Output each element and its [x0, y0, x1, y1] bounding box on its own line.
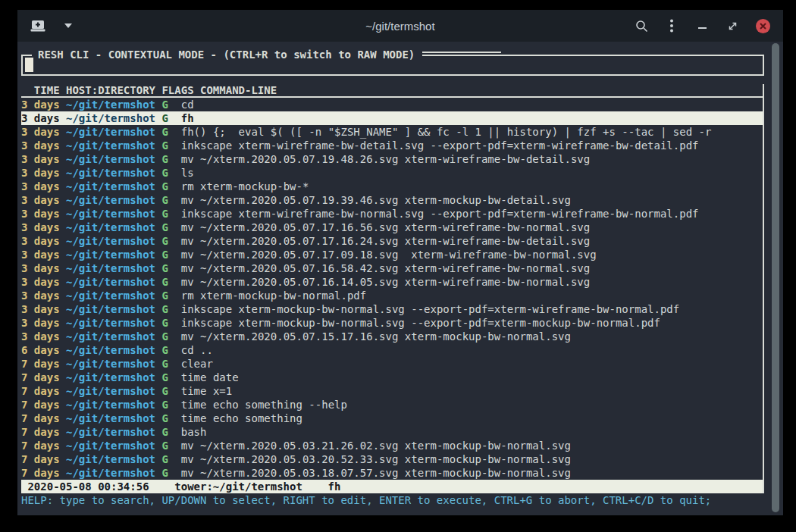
history-row[interactable]: 7 days ~/git/termshot G mv ~/xterm.2020.… — [21, 466, 763, 480]
row-directory: ~/git/termshot — [66, 412, 155, 424]
row-directory: ~/git/termshot — [66, 358, 155, 370]
new-tab-button[interactable] — [27, 16, 49, 36]
row-flags: G — [161, 317, 168, 329]
history-row[interactable]: 3 days ~/git/termshot G cd — [21, 98, 763, 111]
history-row[interactable]: 7 days ~/git/termshot G time echo someth… — [21, 398, 763, 412]
row-flags: G — [161, 385, 168, 397]
row-command: inkscape xterm-mockup-bw-normal.svg --ex… — [181, 317, 660, 329]
row-directory: ~/git/termshot — [66, 467, 155, 479]
history-row[interactable]: 3 days ~/git/termshot G mv ~/xterm.2020.… — [21, 193, 763, 207]
row-flags: G — [161, 453, 168, 465]
row-directory: ~/git/termshot — [66, 371, 155, 383]
input-cursor — [25, 58, 33, 72]
history-row[interactable]: 3 days ~/git/termshot G mv ~/xterm.2020.… — [21, 234, 763, 248]
row-time: 3 days — [21, 262, 60, 274]
history-list: TIME HOST:DIRECTORY FLAGS COMMAND-LINE 3… — [21, 84, 764, 493]
history-row[interactable]: 7 days ~/git/termshot G mv ~/xterm.2020.… — [21, 452, 763, 466]
row-directory: ~/git/termshot — [66, 385, 155, 397]
row-command: mv ~/xterm.2020.05.07.19.48.26.svg xterm… — [181, 153, 590, 165]
history-row[interactable]: 7 days ~/git/termshot G time date — [21, 371, 763, 384]
history-row[interactable]: 6 days ~/git/termshot G cd .. — [21, 343, 763, 357]
minimize-button[interactable] — [691, 15, 713, 36]
history-row[interactable]: 7 days ~/git/termshot G time x=1 — [21, 384, 763, 398]
history-row[interactable]: 3 days ~/git/termshot G inkscape xterm-m… — [21, 302, 763, 316]
row-command: ls — [181, 167, 194, 179]
tab-chooser-button[interactable] — [60, 16, 77, 36]
row-command: time echo something — [181, 412, 302, 424]
search-input[interactable]: RESH CLI - CONTEXTUAL MODE - (CTRL+R to … — [21, 55, 764, 76]
history-row[interactable]: 7 days ~/git/termshot G mv ~/xterm.2020.… — [21, 439, 763, 452]
row-flags: G — [161, 358, 168, 370]
row-time: 3 days — [21, 180, 60, 192]
terminal-plus-icon — [30, 20, 45, 33]
row-time: 3 days — [21, 194, 60, 206]
row-flags: G — [161, 467, 168, 479]
row-command: fh() {; eval $( ([ -n "$ZSH_NAME" ] && f… — [181, 126, 712, 138]
history-row[interactable]: 3 days ~/git/termshot G mv ~/xterm.2020.… — [21, 330, 763, 343]
menu-button[interactable] — [660, 15, 683, 36]
row-command: mv ~/xterm.2020.05.07.17.16.24.svg xterm… — [181, 235, 590, 247]
history-row[interactable]: 7 days ~/git/termshot G clear — [21, 357, 763, 371]
history-row[interactable]: 3 days ~/git/termshot G rm xterm-mockup-… — [21, 180, 763, 193]
history-row[interactable]: 7 days ~/git/termshot G time echo someth… — [21, 412, 763, 425]
row-flags: G — [161, 426, 168, 438]
history-row[interactable]: 3 days ~/git/termshot G mv ~/xterm.2020.… — [21, 152, 763, 166]
resh-mode-title: RESH CLI - CONTEXTUAL MODE - (CTRL+R to … — [32, 48, 422, 61]
column-header: TIME HOST:DIRECTORY FLAGS COMMAND-LINE — [21, 84, 763, 98]
row-directory: ~/git/termshot — [66, 139, 155, 152]
row-time: 7 days — [21, 412, 60, 424]
row-flags: G — [161, 194, 168, 206]
row-flags: G — [161, 180, 168, 192]
history-row[interactable]: 3 days ~/git/termshot G ls — [21, 166, 763, 180]
row-command: clear — [181, 358, 213, 370]
desktop-background: ~/git/termshot — [0, 0, 796, 532]
history-row[interactable]: 7 days ~/git/termshot G bash — [21, 425, 763, 439]
history-row[interactable]: 3 days ~/git/termshot G fh() {; eval $( … — [21, 125, 763, 139]
row-flags: G — [161, 371, 168, 383]
row-time: 3 days — [21, 167, 60, 179]
row-flags: G — [161, 208, 168, 220]
row-directory: ~/git/termshot — [66, 276, 155, 288]
row-time: 7 days — [21, 385, 60, 397]
row-flags: G — [161, 303, 168, 315]
close-button[interactable] — [751, 15, 774, 36]
row-time: 3 days — [21, 126, 60, 138]
row-command: rm xterm-mockup-bw-normal.pdf — [181, 289, 366, 302]
row-directory: ~/git/termshot — [66, 249, 155, 261]
history-row[interactable]: 3 days ~/git/termshot G rm xterm-mockup-… — [21, 289, 763, 302]
history-row[interactable]: 3 days ~/git/termshot G inkscape xterm-w… — [21, 207, 763, 221]
history-row[interactable]: 3 days ~/git/termshot G fh — [21, 111, 763, 125]
scrollbar-thumb[interactable] — [772, 43, 779, 512]
row-time: 7 days — [21, 358, 60, 370]
history-row[interactable]: 3 days ~/git/termshot G inkscape xterm-m… — [21, 316, 763, 330]
row-flags: G — [161, 262, 168, 274]
row-command: fh — [181, 112, 194, 124]
resh-search-section: RESH CLI - CONTEXTUAL MODE - (CTRL+R to … — [17, 42, 783, 76]
restore-icon — [728, 21, 738, 31]
row-flags: G — [161, 126, 168, 138]
scrollbar[interactable] — [768, 42, 783, 515]
row-time: 7 days — [21, 453, 60, 465]
history-row[interactable]: 3 days ~/git/termshot G mv ~/xterm.2020.… — [21, 261, 763, 275]
row-time: 6 days — [21, 344, 60, 356]
row-directory: ~/git/termshot — [66, 453, 155, 465]
row-time: 7 days — [21, 467, 60, 479]
row-time: 3 days — [21, 235, 60, 247]
terminal-content[interactable]: RESH CLI - CONTEXTUAL MODE - (CTRL+R to … — [17, 42, 783, 515]
row-directory: ~/git/termshot — [66, 208, 155, 220]
row-time: 3 days — [21, 153, 60, 165]
history-row[interactable]: 3 days ~/git/termshot G mv ~/xterm.2020.… — [21, 221, 763, 234]
row-time: 7 days — [21, 399, 60, 411]
row-directory: ~/git/termshot — [66, 289, 155, 302]
row-command: rm xterm-mockup-bw-* — [181, 180, 309, 192]
row-time: 7 days — [21, 371, 60, 383]
restore-button[interactable] — [721, 15, 744, 36]
row-time: 3 days — [21, 112, 60, 124]
titlebar[interactable]: ~/git/termshot — [17, 10, 783, 42]
row-flags: G — [161, 139, 168, 152]
history-row[interactable]: 3 days ~/git/termshot G mv ~/xterm.2020.… — [21, 248, 763, 261]
search-button[interactable] — [630, 15, 653, 36]
row-time: 3 days — [21, 317, 60, 329]
history-row[interactable]: 3 days ~/git/termshot G inkscape xterm-w… — [21, 139, 763, 152]
history-row[interactable]: 3 days ~/git/termshot G mv ~/xterm.2020.… — [21, 275, 763, 289]
